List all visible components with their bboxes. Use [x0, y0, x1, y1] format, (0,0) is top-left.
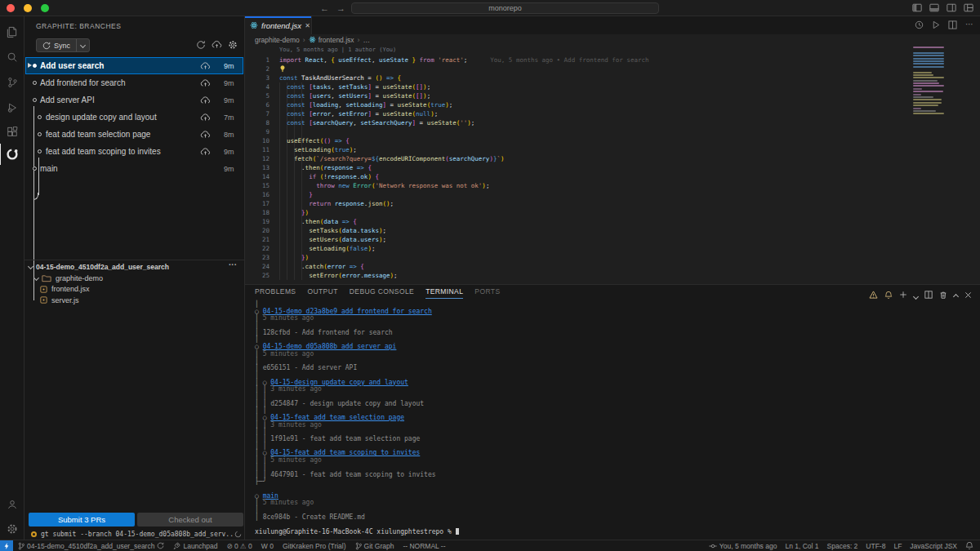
tab-frontend-jsx[interactable]: frontend.jsx ✕	[245, 16, 312, 34]
chevron-down-icon	[28, 264, 33, 269]
branch-row[interactable]: feat add team scoping to invites9m	[25, 143, 243, 160]
close-tab-icon[interactable]: ✕	[305, 22, 310, 29]
status-encoding[interactable]: UTF-8	[866, 542, 885, 550]
toggle-panel-icon[interactable]	[929, 3, 939, 12]
terminal[interactable]: │○ 04-15-demo_d23a8be9_add_frontend_for_…	[255, 301, 972, 535]
history-forward-icon[interactable]: →	[336, 2, 345, 14]
checked-out-button[interactable]: Checked out	[137, 513, 243, 527]
branch-row[interactable]: design update copy and layout7m	[25, 109, 243, 126]
cloud-upload-icon[interactable]	[200, 96, 211, 104]
breadcrumb-item[interactable]: graphite-demo	[255, 36, 300, 44]
status-cursor-position[interactable]: Ln 1, Col 1	[785, 542, 818, 550]
tree-item-file[interactable]: server.js	[24, 295, 244, 306]
status-gitkraken[interactable]: GitKraken Pro (Trial)	[283, 542, 346, 550]
status-problems[interactable]: ⊘ 0 ⚠ 0	[227, 542, 252, 550]
status-notifications[interactable]	[965, 541, 973, 550]
settings-gear-icon[interactable]	[0, 518, 24, 540]
minimap[interactable]	[913, 47, 946, 116]
branch-row[interactable]: main9m	[25, 160, 243, 177]
close-panel-icon[interactable]	[964, 291, 972, 299]
minimap-line	[913, 55, 944, 56]
branch-icon	[18, 542, 24, 550]
blame-toggle-icon[interactable]	[915, 20, 924, 29]
more-actions-icon[interactable]: ···	[229, 260, 237, 269]
line-number: 11	[245, 145, 270, 154]
commit-dot-icon	[33, 64, 37, 68]
status-language-mode[interactable]: JavaScript JSX	[910, 542, 957, 550]
status-vim-mode[interactable]: -- NORMAL --	[403, 542, 445, 550]
cloud-upload-icon[interactable]	[200, 131, 211, 139]
minimize-window-button[interactable]	[24, 4, 32, 12]
lightbulb-icon[interactable]	[279, 64, 286, 73]
status-launchpad[interactable]: Launchpad	[173, 542, 217, 550]
codelens[interactable]: You, 5 months ago | 1 author (You)	[279, 47, 396, 53]
panel-tab-output[interactable]: OUTPUT	[307, 285, 337, 299]
source-control-icon[interactable]	[0, 72, 24, 93]
status-blame-info[interactable]: You, 5 months ago	[709, 542, 777, 550]
tree-item-file[interactable]: frontend.jsx	[24, 284, 244, 295]
remote-indicator[interactable]	[0, 540, 13, 551]
panel-tab-ports[interactable]: PORTS	[474, 285, 500, 299]
bell-dot-icon[interactable]	[884, 291, 893, 300]
run-debug-icon[interactable]	[0, 97, 24, 118]
submit-prs-button[interactable]: Submit 3 PRs	[29, 513, 135, 527]
zoom-window-button[interactable]	[41, 4, 49, 12]
breadcrumb-item[interactable]: frontend.jsx	[309, 36, 354, 44]
search-icon[interactable]	[0, 47, 24, 68]
graphite-icon[interactable]	[0, 144, 24, 165]
kill-terminal-icon[interactable]	[939, 291, 947, 300]
cloud-upload-icon[interactable]	[200, 113, 211, 122]
history-back-icon[interactable]: ←	[320, 2, 329, 14]
terminal-prompt[interactable]: xiulung@Graphite-16-MacBook-4C xiulungph…	[255, 528, 972, 535]
branch-row[interactable]: Add user search9m	[25, 57, 243, 74]
minimap-line	[913, 77, 944, 78]
command-center[interactable]: monorepo	[351, 2, 659, 14]
terminal-warning-icon[interactable]	[869, 291, 878, 299]
toggle-sidebar-icon[interactable]	[912, 3, 922, 12]
status-eol[interactable]: LF	[893, 542, 902, 550]
panel-tab-terminal[interactable]: TERMINAL	[425, 285, 463, 299]
status-git-graph[interactable]: Git Graph	[355, 542, 394, 550]
status-bar: 04-15-demo_4510df2a_add_user_searchLaunc…	[0, 540, 980, 551]
customize-layout-icon[interactable]	[964, 3, 973, 12]
chevron-down-icon[interactable]	[914, 287, 918, 302]
line-number: 13	[245, 163, 270, 172]
status-git-branch[interactable]: 04-15-demo_4510df2a_add_user_search	[18, 542, 164, 550]
sync-dropdown-button[interactable]	[76, 39, 89, 51]
panel-tab-problems[interactable]: PROBLEMS	[255, 285, 296, 299]
split-editor-icon[interactable]	[948, 20, 957, 29]
code-editor[interactable]: You, 5 months ago | 1 author (You) 1impo…	[245, 45, 980, 284]
refresh-icon[interactable]	[196, 40, 206, 50]
split-terminal-icon[interactable]	[924, 291, 933, 299]
terminal-branch-link[interactable]: 04-15-demo_d05a808b_add_server_api	[263, 343, 397, 350]
branch-row[interactable]: feat add team selection page8m	[25, 126, 243, 143]
cloud-upload-icon[interactable]	[200, 62, 211, 70]
workspace-header[interactable]: 04-15-demo_4510df2a_add_user_search ···	[24, 260, 244, 273]
terminal-branch-link[interactable]: 04-15-feat_add_team_selection_page	[270, 414, 404, 421]
sync-button[interactable]: Sync	[36, 38, 90, 52]
cloud-upload-icon[interactable]	[212, 40, 222, 50]
cloud-upload-icon[interactable]	[200, 148, 211, 156]
panel-tab-debug-console[interactable]: DEBUG CONSOLE	[350, 285, 414, 299]
branch-row[interactable]: Add server API9m	[25, 91, 243, 109]
line-number: 22	[245, 244, 270, 253]
branch-row[interactable]: Add frontend for search9m	[25, 74, 243, 91]
tree-item-folder[interactable]: graphite-demo	[24, 273, 244, 284]
more-actions-icon[interactable]: ⋯	[965, 20, 973, 29]
new-terminal-icon[interactable]	[899, 291, 907, 299]
status-indentation[interactable]: Spaces: 2	[827, 542, 858, 550]
gear-icon[interactable]	[228, 40, 238, 50]
close-window-button[interactable]	[7, 4, 15, 12]
breadcrumb-item[interactable]: …	[363, 36, 370, 44]
toggle-secondary-sidebar-icon[interactable]	[947, 3, 956, 12]
run-icon[interactable]	[932, 20, 940, 29]
maximize-panel-icon[interactable]	[954, 287, 958, 302]
code-line: 5 const [users, setUsers] = useState([])…	[245, 91, 980, 100]
code-line: 24 .catch(error => {	[245, 262, 980, 271]
explorer-icon[interactable]	[0, 21, 24, 42]
accounts-icon[interactable]	[0, 494, 24, 515]
status-eslint[interactable]: W 0	[261, 542, 274, 550]
cloud-upload-icon[interactable]	[200, 79, 211, 87]
code-line: 11 setLoading(true);	[245, 145, 980, 154]
extensions-icon[interactable]	[0, 122, 24, 143]
